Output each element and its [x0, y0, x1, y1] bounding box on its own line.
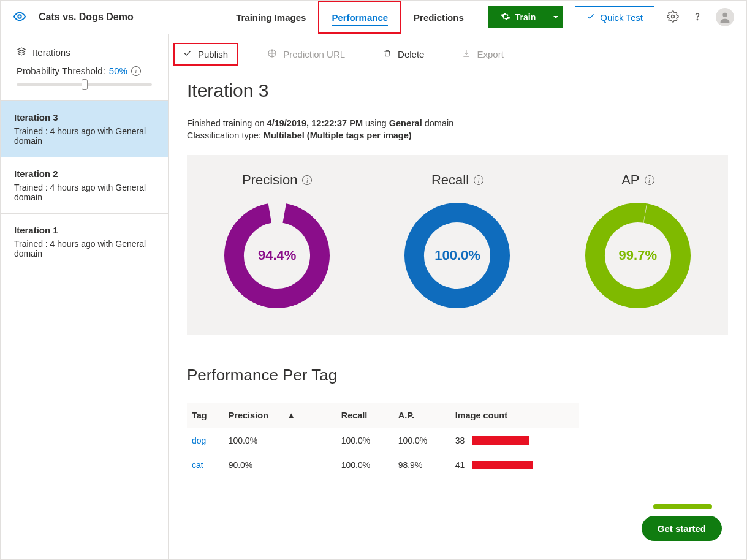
info-icon[interactable]: i — [474, 175, 483, 185]
image-count-cell: 38 — [455, 436, 574, 445]
help-icon[interactable] — [691, 10, 703, 25]
iteration-title: Iteration 3 — [14, 112, 154, 123]
prediction-url-label: Prediction URL — [283, 49, 345, 59]
metric-recall: Recalli 100.0% — [367, 172, 547, 311]
image-count-cell: 41 — [455, 460, 574, 470]
train-label: Train — [515, 12, 536, 22]
training-finished-line: Finished training on 4/19/2019, 12:22:37… — [187, 118, 728, 128]
threshold-slider[interactable] — [1, 83, 168, 100]
main-panel: Publish Prediction URL Delete Export Ite… — [169, 34, 746, 559]
count-bar — [472, 461, 533, 469]
prediction-url-button: Prediction URL — [259, 44, 354, 65]
iteration-item[interactable]: Iteration 2 Trained : 4 hours ago with G… — [1, 157, 168, 213]
stack-icon — [17, 47, 26, 58]
svg-point-0 — [18, 15, 21, 18]
cell-ap: 100.0% — [393, 428, 450, 453]
tab-predictions[interactable]: Predictions — [401, 1, 476, 34]
cell-precision: 90.0% — [224, 453, 336, 477]
performance-table: TagPrecision▲RecallA.P.Image count dog 1… — [187, 403, 579, 477]
trash-icon — [383, 49, 392, 59]
project-title: Cats vs. Dogs Demo — [39, 12, 134, 23]
table-row: dog 100.0% 100.0% 100.0% 38 — [187, 428, 579, 453]
tag-link[interactable]: dog — [192, 436, 206, 445]
threshold-value: 50% — [109, 66, 127, 76]
iteration-list: Iteration 3 Trained : 4 hours ago with G… — [1, 100, 168, 270]
iterations-heading-label: Iterations — [32, 47, 70, 58]
metric-label: Precisioni — [242, 172, 312, 188]
app-header: Cats vs. Dogs Demo Training Images Perfo… — [1, 1, 746, 34]
iteration-item[interactable]: Iteration 1 Trained : 4 hours ago with G… — [1, 213, 168, 270]
sort-ascending-icon: ▲ — [287, 411, 295, 420]
metric-value: 100.0% — [402, 200, 512, 311]
download-icon — [462, 49, 471, 59]
donut-chart: 100.0% — [402, 200, 512, 311]
nav-tabs: Training Images Performance Predictions — [224, 1, 476, 34]
custom-vision-logo-icon — [13, 10, 26, 25]
cell-ap: 98.9% — [393, 453, 450, 477]
iteration-title: Iteration 1 — [14, 225, 154, 235]
info-icon[interactable]: i — [645, 175, 654, 185]
metric-label: Recalli — [431, 172, 483, 188]
quick-test-button[interactable]: Quick Test — [575, 6, 654, 28]
svg-point-3 — [722, 13, 727, 17]
metric-label: APi — [621, 172, 654, 188]
metric-value: 94.4% — [222, 200, 332, 311]
svg-point-2 — [697, 19, 697, 20]
column-header[interactable]: Image count — [450, 403, 579, 428]
train-button[interactable]: Train — [488, 6, 563, 28]
check-icon — [586, 12, 595, 23]
settings-icon[interactable] — [667, 10, 679, 25]
iteration-subtitle: Trained : 4 hours ago with General domai… — [14, 239, 154, 259]
column-header[interactable]: A.P. — [393, 403, 450, 428]
count-bar — [472, 436, 529, 445]
globe-icon — [267, 48, 277, 60]
metric-value: 99.7% — [583, 200, 693, 311]
info-icon[interactable]: i — [131, 66, 141, 76]
table-row: cat 90.0% 100.0% 98.9% 41 — [187, 453, 579, 477]
user-avatar[interactable] — [716, 8, 734, 26]
classification-type-line: Classification type: Multilabel (Multipl… — [187, 131, 728, 140]
column-header[interactable]: Recall — [336, 403, 393, 428]
donut-chart: 94.4% — [222, 200, 332, 311]
performance-per-tag-heading: Performance Per Tag — [187, 366, 728, 385]
publish-button[interactable]: Publish — [173, 43, 238, 66]
iteration-subtitle: Trained : 4 hours ago with General domai… — [14, 183, 154, 202]
cell-precision: 100.0% — [224, 428, 336, 453]
delete-label: Delete — [398, 49, 424, 59]
train-dropdown-toggle[interactable] — [548, 6, 563, 28]
quick-test-label: Quick Test — [600, 12, 643, 23]
tab-training-images[interactable]: Training Images — [224, 1, 318, 34]
info-icon[interactable]: i — [302, 175, 312, 185]
export-label: Export — [477, 49, 503, 59]
cell-recall: 100.0% — [336, 428, 393, 453]
metric-precision: Precisioni 94.4% — [187, 172, 367, 311]
column-header[interactable]: Precision▲ — [224, 403, 336, 428]
metrics-panel: Precisioni 94.4% Recalli 100.0% APi 99.7… — [187, 155, 728, 335]
tab-performance[interactable]: Performance — [318, 1, 401, 34]
threshold-label: Probability Threshold: — [17, 66, 105, 76]
tag-link[interactable]: cat — [192, 460, 203, 470]
iteration-heading: Iteration 3 — [187, 80, 728, 101]
publish-label: Publish — [198, 49, 228, 59]
check-icon — [183, 49, 192, 59]
iterations-heading: Iterations — [1, 34, 168, 66]
get-started-button[interactable]: Get started — [642, 516, 722, 541]
iteration-title: Iteration 2 — [14, 168, 154, 179]
gears-icon — [501, 12, 510, 23]
delete-button[interactable]: Delete — [374, 44, 433, 64]
donut-chart: 99.7% — [583, 200, 693, 311]
get-started-accent — [653, 504, 712, 509]
iteration-item[interactable]: Iteration 3 Trained : 4 hours ago with G… — [1, 100, 168, 157]
svg-point-1 — [672, 15, 675, 18]
iteration-subtitle: Trained : 4 hours ago with General domai… — [14, 126, 154, 146]
iteration-toolbar: Publish Prediction URL Delete Export — [169, 34, 746, 74]
metric-ap: APi 99.7% — [548, 172, 728, 311]
export-button: Export — [453, 44, 512, 64]
iterations-sidebar: Iterations Probability Threshold: 50% i … — [1, 34, 169, 559]
cell-recall: 100.0% — [336, 453, 393, 477]
column-header[interactable]: Tag — [187, 403, 224, 428]
